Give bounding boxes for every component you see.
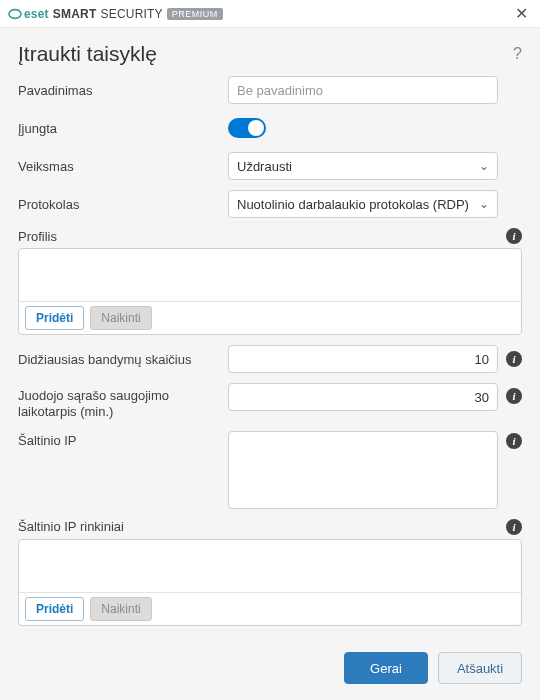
eset-logo: eset: [8, 7, 49, 21]
info-icon-source-ip[interactable]: i: [506, 433, 522, 449]
chevron-down-icon: ⌄: [479, 197, 489, 211]
label-protocol: Protokolas: [18, 197, 228, 212]
cancel-button[interactable]: Atšaukti: [438, 652, 522, 684]
profile-list-body[interactable]: [19, 249, 521, 301]
label-max-attempts: Didžiausias bandymų skaičius: [18, 352, 228, 367]
toggle-knob: [248, 120, 264, 136]
profile-add-button[interactable]: Pridėti: [25, 306, 84, 330]
label-name: Pavadinimas: [18, 83, 228, 98]
info-icon-source-ip-sets[interactable]: i: [506, 519, 522, 535]
dialog-header: Įtraukti taisyklę ?: [0, 28, 540, 76]
label-profile: Profilis: [18, 229, 57, 244]
ipsets-add-button[interactable]: Pridėti: [25, 597, 84, 621]
profile-listbox: Pridėti Naikinti: [18, 248, 522, 335]
action-select[interactable]: Uždrausti ⌄: [228, 152, 498, 180]
dialog-footer: Gerai Atšaukti: [0, 640, 540, 700]
page-title: Įtraukti taisyklę: [18, 42, 157, 66]
brand-smart: SMART: [53, 7, 97, 21]
dialog-window: eset SMART SECURITY PREMIUM ✕ Įtraukti t…: [0, 0, 540, 700]
titlebar: eset SMART SECURITY PREMIUM ✕: [0, 0, 540, 28]
label-blacklist-period: Juodojo sąrašo saugojimo laikotarpis (mi…: [18, 383, 228, 421]
source-ip-sets-listbox: Pridėti Naikinti: [18, 539, 522, 626]
source-ip-sets-list-actions: Pridėti Naikinti: [19, 592, 521, 625]
label-action: Veiksmas: [18, 159, 228, 174]
label-enabled: Įjungta: [18, 121, 228, 136]
chevron-down-icon: ⌄: [479, 159, 489, 173]
info-icon-blacklist[interactable]: i: [506, 388, 522, 404]
help-icon[interactable]: ?: [513, 45, 522, 63]
ipsets-delete-button[interactable]: Naikinti: [90, 597, 151, 621]
brand-badge: PREMIUM: [167, 8, 223, 20]
source-ip-sets-list-body[interactable]: [19, 540, 521, 592]
content: Pavadinimas Įjungta Veiksmas Uždrausti ⌄: [0, 76, 540, 640]
blacklist-period-input[interactable]: [228, 383, 498, 411]
name-input[interactable]: [228, 76, 498, 104]
label-source-ip: Šaltinio IP: [18, 431, 228, 448]
protocol-select[interactable]: Nuotolinio darbalaukio protokolas (RDP) …: [228, 190, 498, 218]
close-icon[interactable]: ✕: [511, 6, 532, 22]
info-icon-max-attempts[interactable]: i: [506, 351, 522, 367]
label-source-ip-sets: Šaltinio IP rinkiniai: [18, 519, 124, 534]
enabled-toggle[interactable]: [228, 118, 266, 138]
brand-security: SECURITY: [101, 7, 163, 21]
source-ip-input[interactable]: [228, 431, 498, 509]
max-attempts-input[interactable]: [228, 345, 498, 373]
profile-list-actions: Pridėti Naikinti: [19, 301, 521, 334]
info-icon-profile[interactable]: i: [506, 228, 522, 244]
brand: eset SMART SECURITY PREMIUM: [8, 7, 223, 21]
ok-button[interactable]: Gerai: [344, 652, 428, 684]
profile-delete-button[interactable]: Naikinti: [90, 306, 151, 330]
action-select-value: Uždrausti: [237, 159, 292, 174]
svg-point-0: [9, 9, 21, 18]
protocol-select-value: Nuotolinio darbalaukio protokolas (RDP): [237, 197, 469, 212]
